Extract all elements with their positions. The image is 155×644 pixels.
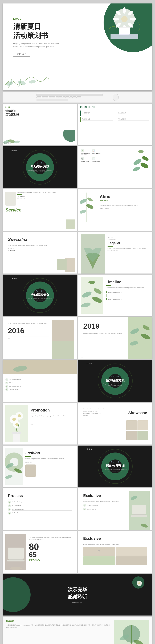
svg-point-56 [15,423,18,426]
part02-sub: Graphic design will save the world right… [27,298,53,301]
svg-rect-49 [13,433,20,442]
about-text: Graphic design will save the world right… [100,204,148,206]
svg-point-2 [123,7,126,14]
promo-label: Promo [29,558,72,562]
hero-leaves [4,74,50,88]
slide-cover-small: LOGO 清新夏日活动策划书 立即预约 [3,104,77,145]
about-title: About [100,194,148,199]
slide-services-icons: ✉ Email Marketing Inoah Analysis 📊 Inoah… [78,146,152,188]
specialist-text: Graphic design will save the world right… [8,244,72,246]
svg-point-23 [132,166,141,172]
slide-part04: ✿ ✿ ✿ Part 04 活动效果预期 Graphic design will… [78,446,152,487]
cover-title: 清新夏日活动策划书 [6,109,74,116]
content-item-1: 活动整体思路 [80,110,115,116]
svg-rect-75 [7,560,24,562]
slide-fashion: Fashion Graphic design will save the wor… [3,446,77,487]
svg-point-24 [142,155,149,162]
content-item-2: 活动运营策划 [116,110,150,116]
hero-slide: LOGO 清新夏日 活动策划书 Imaging and pulvinar ult… [3,4,152,90]
exclusive2-thumbs: 🖼 [83,547,147,565]
copyright-img [114,620,149,644]
part01-label: Part 01 [36,162,44,164]
hero-logo: LOGO [13,18,62,20]
part03-sub: Graphic design will save the world right… [102,383,128,386]
timeline-text: Graphic design will save the world right… [106,287,147,289]
slide-exclusive1: Exclusive Digital design is like paintin… [78,488,152,530]
svg-rect-10 [119,28,130,35]
process-title: Process [8,494,72,498]
part04-sub: Graphic design will save the world right… [102,469,128,472]
svg-point-26 [138,150,144,153]
showcase-title: Showcase [128,410,147,415]
svg-point-30 [80,209,87,214]
cover-btn-sm[interactable]: 立即预约 [4,142,12,144]
slide-content-menu: CONTENT 活动整体思路 活动运营策划 预算经费方案 活动效果预期 [78,104,152,145]
hero-flowers [105,5,144,40]
content-title: CONTENT [80,106,96,109]
promotion-img [6,406,28,442]
hero-subtitle: Imaging and pulvinar ultrices, purus lec… [13,42,62,48]
part03-label: Part 03 [111,376,119,378]
exclusive2-text: Digital design is like painting, expect … [83,543,147,545]
svg-point-31 [87,197,94,202]
specialist-title: Specialist [8,237,72,242]
slide-budget-list: 1 01. Foo Cartwright 2 02. ContServer 3 … [3,360,77,402]
services-grid: ✉ Email Marketing Inoah Analysis 📊 Inoah… [81,149,102,162]
legend-subtitle: You AreA Worldwide [108,237,147,240]
svg-rect-67 [132,505,146,514]
promo-num-img [6,534,26,570]
service-img1 [6,192,16,206]
part03-title: 预算经费方案 [106,378,124,382]
year2016-img [52,320,74,356]
slide-part03: ✿ ✿ ✿ Part 03 预算经费方案 Graphic design will… [78,360,152,402]
timeline-plant-img [81,277,103,314]
fashion-text: Graphic design will save the world right… [25,458,72,460]
slide-part02: ✿ ✿ ✿ Part 02 活动运营策划 Graphic design will… [3,274,77,316]
specialist-photos [56,256,77,274]
promotion-text: Digital design is like painting, expect … [30,415,72,417]
service-title: Service [6,207,74,213]
budget-list-items: 1 01. Foo Cartwright 2 02. ContServer 3 … [6,378,74,391]
part01-title: 活动整体思路 [30,164,49,169]
fashion-plant-img [6,448,23,485]
excl2-thumb3 [83,556,115,565]
final-title: 演示完毕感谢聆听 [68,586,87,600]
svg-point-28 [80,198,88,204]
promotion-title: Promotion [30,408,72,412]
slide-final: 演示完毕感谢聆听 www.example.com [3,574,152,616]
svg-point-15 [29,80,36,84]
content-header: CONTENT [80,106,150,109]
exclusive2-title: Exclusive [83,536,147,541]
copyright-title: 版权声明 [6,620,110,623]
slide-year2019: 2019 Graphic design will save the world … [78,317,152,359]
content-item-4: 活动效果预期 [116,117,150,122]
copyright-text: 本模板版权属于 https://www.pptfans.cn 所有，如发现盗版请… [6,624,110,629]
legend-image [81,234,105,271]
service-analysis: 📊 Inoah Analysis [92,149,102,155]
year2019-img [128,317,152,359]
svg-point-76 [10,567,22,570]
slides-grid: LOGO 清新夏日活动策划书 立即预约 CONTENT 活动整体思路 [3,104,152,644]
hero-cta-btn[interactable]: 立即へ预约 [13,52,30,57]
slide-timeline: Timeline Graphic design will save the wo… [78,274,152,316]
slide-about: About Service Graphic design will save t… [78,189,152,231]
content-items: 活动整体思路 活动运营策划 预算经费方案 活动效果预期 [80,110,150,122]
excl2-thumb4 [116,556,147,565]
svg-point-1 [121,16,128,22]
content-item-3: 预算经费方案 [80,117,115,122]
service-support: 💬 Support Center [81,157,90,162]
svg-point-16 [63,130,75,142]
part04-title: 活动效果预期 [106,464,124,468]
mouse-dec [113,94,118,101]
promo-num-text: The role of the designer is that of a go… [29,536,72,540]
slide-showcase: The role of the designer is that of a go… [78,403,152,444]
timeline-title: Timeline [106,280,147,284]
fashion-sub: Production [25,462,72,463]
slide-part01: ✿ ✿ ✿ Part 01 活动整体思路 Graphic design will… [3,146,77,188]
plant-image [131,148,150,179]
slide-process: Process 1 01. Foo Cartwright 2 02. ContS… [3,488,77,530]
showcase-text: The role of the designer is that of a go… [83,408,104,416]
service-email: ✉ Email Marketing Inoah Analysis [81,149,90,155]
part04-label: Part 04 [111,461,119,463]
slide-specialist: Specialist Graphic design will save the … [3,232,77,274]
